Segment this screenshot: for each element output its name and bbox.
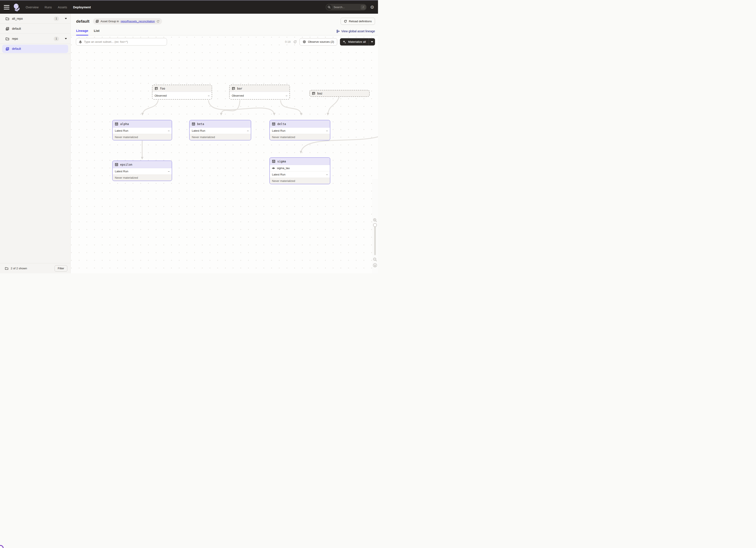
node-status-text: Never materialized [272,179,295,183]
source-table-icon [232,87,235,90]
dagster-logo[interactable] [13,3,20,11]
repo-list: alt_repo 1 default repo 1 default [0,14,70,263]
asset-node-delta[interactable]: delta Latest Run– Never materialized [269,120,330,141]
count-badge: 1 [54,37,59,41]
search-input[interactable]: Search... / [326,4,367,10]
sidebar-footer: 2 of 2 shown Filter [0,263,70,274]
eye-icon [303,40,306,43]
hamburger-icon[interactable] [4,5,9,9]
view-global-asset-lineage-link[interactable]: View global asset lineage [337,30,375,35]
zoom-in-icon[interactable] [373,218,377,222]
group-label: default [12,47,21,50]
asset-node-epsilon[interactable]: epsilon Latest Run– Never materialized [112,161,172,181]
source-table-icon [312,92,315,95]
asset-subset-text-field[interactable] [84,40,164,43]
repo-location-link[interactable]: repo@assets_reconciliation [121,20,155,23]
asset-node-sigma[interactable]: sigma sigma_tau Latest Run– Never materi… [269,157,330,184]
refresh-icon[interactable] [157,20,159,23]
asset-subset-input[interactable] [76,38,167,46]
asset-lineage-canvas[interactable]: 0:18 Observe sources (2) Materialize all [71,36,378,274]
table-icon [272,122,275,126]
tab-list[interactable]: List [94,29,100,35]
group-label: default [12,27,21,30]
node-row-value: – [168,129,170,132]
asset-check-label: sigma_tau [277,167,290,170]
count-badge: 1 [54,16,59,21]
repo-label: alt_repo [12,17,23,20]
slash-shortcut-badge: / [361,5,366,10]
table-icon [192,122,195,126]
context-prefix: Asset Group in [100,20,119,23]
filter-button[interactable]: Filter [55,265,67,272]
nav-runs[interactable]: Runs [44,6,52,9]
asset-group-icon [96,20,99,23]
asset-group-context-pill: Asset Group in repo@assets_reconciliatio… [93,18,162,24]
node-label: epsilon [120,163,132,166]
zoom-out-icon[interactable] [373,257,377,262]
sidebar-item-alt-repo[interactable]: alt_repo 1 [0,14,70,24]
tab-lineage[interactable]: Lineage [76,29,88,35]
shown-count-text: 2 of 2 shown [11,267,27,270]
asset-node-bar[interactable]: bar Observed– [229,85,290,100]
check-connector-icon [272,167,275,170]
zoom-slider-track[interactable] [374,225,376,255]
search-icon [326,4,332,10]
search-placeholder: Search... [334,6,359,9]
caret-down-icon[interactable] [65,18,67,19]
refresh-timer: 0:18 [285,40,291,43]
folder-icon [6,37,9,41]
node-label: baz [317,92,322,95]
asset-group-icon [6,27,9,31]
main-nav: Overview Runs Assets Deployment [26,6,91,9]
node-row-label: Latest Run [115,129,128,132]
node-row-label: Latest Run [115,170,128,173]
sidebar-item-default-selected[interactable]: default [0,44,70,54]
node-row-value: – [326,173,328,176]
node-row-label: Latest Run [192,129,205,132]
asset-node-foo[interactable]: foo Observed– [152,85,212,100]
folder-icon [5,267,8,270]
table-icon [272,160,275,163]
zoom-slider-handle[interactable] [373,223,377,227]
zoom-controls [372,179,378,274]
sidebar-item-default-alt[interactable]: default [0,24,70,34]
asset-node-alpha[interactable]: alpha Latest Run– Never materialized [112,120,172,141]
caret-down-icon[interactable] [65,38,67,39]
node-status-text: Never materialized [115,136,138,139]
refresh-icon[interactable] [293,40,297,44]
lineage-graph-icon [337,30,340,33]
gear-icon[interactable]: ⚙ [370,5,374,9]
asset-group-icon [6,47,9,51]
download-icon[interactable] [373,263,377,268]
nav-overview[interactable]: Overview [26,6,38,9]
asset-node-baz[interactable]: baz [309,90,370,97]
repo-label: repo [12,37,18,40]
source-table-icon [155,87,158,90]
node-label: alpha [120,122,129,126]
nav-assets[interactable]: Assets [58,6,67,9]
reload-definitions-button[interactable]: Reload definitions [341,18,375,25]
node-status-text: Never materialized [192,136,215,139]
asset-node-beta[interactable]: beta Latest Run– Never materialized [189,120,251,141]
node-label: delta [277,122,286,126]
refresh-icon [344,20,347,23]
materialize-all-split-button: Materialize all [340,38,375,46]
asset-check-row: sigma_tau [270,165,330,172]
nav-deployment[interactable]: Deployment [73,6,91,9]
node-label: sigma [277,160,286,163]
node-row-label: Latest Run [272,173,285,176]
sidebar-item-repo[interactable]: repo 1 [0,34,70,44]
materialize-all-button[interactable]: Materialize all [340,38,369,46]
sidebar: alt_repo 1 default repo 1 default [0,14,71,274]
folder-icon [6,17,9,21]
node-status-text: Never materialized [272,136,295,139]
node-row-value: – [247,129,249,132]
materialize-options-caret[interactable] [369,38,375,46]
graph-toolbar: 0:18 Observe sources (2) Materialize all [76,38,375,46]
lineage-edges [71,36,378,274]
topbar: Overview Runs Assets Deployment Search..… [0,0,378,14]
table-icon [115,163,118,166]
observe-sources-button[interactable]: Observe sources (2) [300,38,337,46]
node-row-value: – [168,170,170,173]
node-label: beta [197,122,204,126]
